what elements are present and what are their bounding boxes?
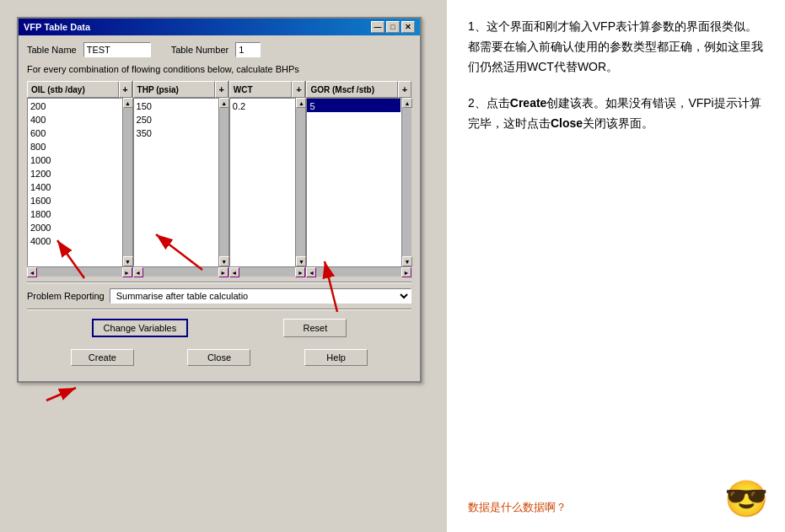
oil-scrollbar[interactable]: ▲ ▼ bbox=[122, 98, 132, 266]
thp-hscroll-right[interactable]: ► bbox=[218, 267, 229, 277]
list-item: 600 bbox=[28, 126, 121, 139]
gor-scroll-down[interactable]: ▼ bbox=[402, 256, 412, 266]
oil-scroll-track bbox=[123, 108, 132, 256]
list-item: 250 bbox=[134, 112, 218, 126]
wct-column: WCT + 0.2 bbox=[229, 81, 307, 277]
close-button[interactable]: ✕ bbox=[401, 21, 415, 33]
oil-hscroll-left[interactable]: ◄ bbox=[27, 267, 37, 277]
problem-reporting-label: Problem Reporting bbox=[27, 291, 105, 301]
wct-hscroll-left[interactable]: ◄ bbox=[229, 267, 239, 277]
list-item bbox=[230, 153, 295, 166]
dialog-window: VFP Table Data — □ ✕ Table Name Table Nu… bbox=[17, 17, 422, 383]
list-item bbox=[307, 193, 401, 207]
list-item bbox=[230, 166, 295, 180]
wct-scroll-up[interactable]: ▲ bbox=[296, 98, 306, 108]
list-item: 400 bbox=[28, 112, 121, 126]
table-info-row: Table Name Table Number bbox=[27, 42, 411, 57]
thp-hscroll: ◄ ► bbox=[133, 266, 229, 277]
oil-list: 200 400 600 800 1000 1200 1400 1600 1800… bbox=[27, 98, 122, 266]
gor-scroll-up[interactable]: ▲ bbox=[402, 98, 412, 108]
wct-add-button[interactable]: + bbox=[292, 81, 305, 98]
list-item: 1800 bbox=[28, 207, 121, 220]
bottom-question-text: 数据是什么数据啊？ bbox=[468, 501, 567, 513]
dialog-title: VFP Table Data bbox=[24, 22, 90, 32]
svg-line-4 bbox=[46, 388, 76, 400]
wct-list: 0.2 bbox=[229, 98, 296, 266]
gor-scroll-track bbox=[402, 108, 411, 256]
dialog-content: Table Name Table Number For every combin… bbox=[19, 35, 420, 381]
help-button[interactable]: Help bbox=[304, 349, 368, 366]
step2-create-bold: Create bbox=[510, 96, 547, 110]
problem-reporting-select[interactable]: Summarise after table calculatio bbox=[110, 288, 411, 304]
change-variables-button[interactable]: Change Variables bbox=[92, 319, 189, 337]
thp-hscroll-track bbox=[143, 267, 218, 277]
list-item: 350 bbox=[134, 126, 218, 139]
list-item: 800 bbox=[28, 139, 121, 153]
table-name-input[interactable] bbox=[83, 42, 151, 57]
oil-add-button[interactable]: + bbox=[119, 81, 132, 98]
thp-list: 150 250 350 bbox=[133, 98, 218, 266]
oil-scroll-up[interactable]: ▲ bbox=[123, 98, 133, 108]
gor-hscroll-track bbox=[316, 267, 401, 277]
list-item bbox=[307, 139, 401, 153]
wct-scrollbar[interactable]: ▲ ▼ bbox=[295, 98, 305, 266]
list-item: 200 bbox=[28, 99, 121, 112]
list-item bbox=[134, 180, 218, 193]
list-item bbox=[307, 166, 401, 180]
step2-text: 2、点击Create创建该表。如果没有错误，VFPi提示计算完毕，这时点击Clo… bbox=[468, 96, 761, 130]
list-item bbox=[134, 207, 218, 220]
gor-scrollbar[interactable]: ▲ ▼ bbox=[401, 98, 411, 266]
gor-values: 5 bbox=[307, 99, 401, 261]
list-item: 150 bbox=[134, 99, 218, 112]
wct-hscroll-right[interactable]: ► bbox=[295, 267, 305, 277]
close-button-main[interactable]: Close bbox=[187, 349, 250, 366]
step2-close-bold: Close bbox=[551, 116, 583, 130]
list-item bbox=[134, 139, 218, 153]
list-item bbox=[230, 126, 295, 139]
wct-scroll-track bbox=[296, 108, 305, 256]
oil-hscroll-right[interactable]: ► bbox=[122, 267, 132, 277]
dialog-titlebar: VFP Table Data — □ ✕ bbox=[19, 19, 420, 35]
oil-scroll-down[interactable]: ▼ bbox=[123, 256, 133, 266]
list-item: 2000 bbox=[28, 220, 121, 234]
list-item bbox=[230, 234, 295, 247]
separator2 bbox=[27, 309, 411, 310]
oil-column: OIL (stb /day) + 200 400 600 800 1000 12… bbox=[27, 81, 133, 277]
list-item bbox=[230, 247, 295, 261]
list-item bbox=[230, 180, 295, 193]
reset-button[interactable]: Reset bbox=[283, 319, 347, 337]
oil-hscroll-track bbox=[37, 267, 122, 277]
list-item: 1000 bbox=[28, 153, 121, 166]
list-item: 4000 bbox=[28, 234, 121, 247]
minimize-button[interactable]: — bbox=[371, 21, 384, 33]
thp-scroll-up[interactable]: ▲ bbox=[219, 98, 229, 108]
wct-scroll-down[interactable]: ▼ bbox=[296, 256, 306, 266]
list-item: 1400 bbox=[28, 180, 121, 193]
separator bbox=[27, 282, 411, 283]
maximize-button[interactable]: □ bbox=[386, 21, 400, 33]
list-item: 5 bbox=[307, 99, 401, 112]
gor-hscroll-right[interactable]: ► bbox=[401, 267, 411, 277]
list-item bbox=[307, 207, 401, 220]
thp-hscroll-left[interactable]: ◄ bbox=[133, 267, 143, 277]
thp-scrollbar[interactable]: ▲ ▼ bbox=[218, 98, 229, 266]
oil-values: 200 400 600 800 1000 1200 1400 1600 1800… bbox=[28, 99, 121, 261]
wct-hscroll: ◄ ► bbox=[229, 266, 306, 277]
thp-add-button[interactable]: + bbox=[215, 81, 229, 98]
create-button[interactable]: Create bbox=[71, 349, 134, 366]
wct-list-container: 0.2 bbox=[229, 98, 306, 266]
gor-column: GOR (Mscf /stb) + 5 bbox=[306, 81, 411, 277]
thp-scroll-track bbox=[219, 108, 229, 256]
gor-hscroll-left[interactable]: ◄ bbox=[306, 267, 316, 277]
sun-icon: 😎 bbox=[724, 478, 768, 519]
table-number-input[interactable] bbox=[235, 42, 261, 57]
gor-add-button[interactable]: + bbox=[398, 81, 411, 98]
list-item: 0.2 bbox=[230, 99, 295, 112]
wct-hscroll-track bbox=[239, 267, 296, 277]
wct-header-row: WCT + bbox=[229, 81, 306, 98]
gor-hscroll: ◄ ► bbox=[306, 266, 411, 277]
thp-scroll-down[interactable]: ▼ bbox=[219, 256, 229, 266]
list-item: 1200 bbox=[28, 166, 121, 180]
list-item bbox=[307, 220, 401, 234]
list-item bbox=[134, 234, 218, 247]
